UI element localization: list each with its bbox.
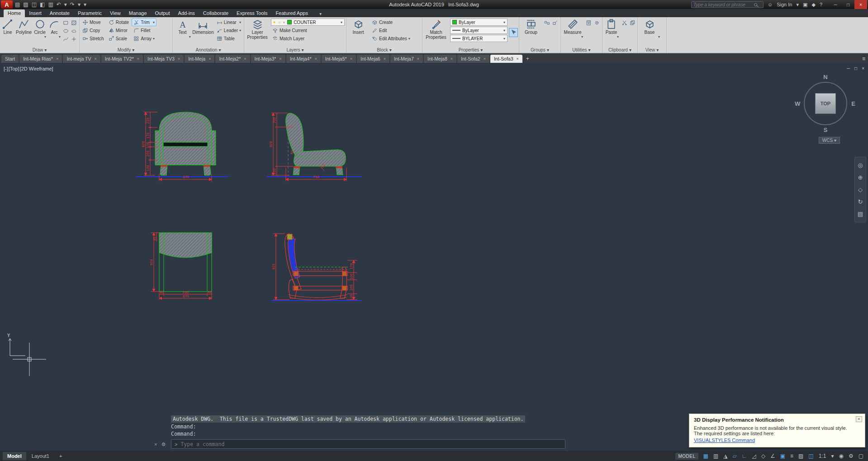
quick-select-icon[interactable] [509, 28, 517, 37]
doc-tab[interactable]: Int-Meja7× [390, 55, 423, 63]
viewcube-west[interactable]: W [795, 100, 800, 107]
cut-icon[interactable] [621, 19, 628, 26]
viewport-view-control[interactable]: [Top] [9, 66, 19, 71]
viewcube-south[interactable]: S [824, 127, 828, 133]
tab-output[interactable]: Output [151, 9, 174, 17]
insert-button[interactable]: Insert [348, 18, 369, 47]
tab-express-tools[interactable]: Express Tools [232, 9, 271, 17]
redo-icon[interactable]: ↷ [70, 1, 75, 8]
drawing-canvas[interactable]: [-] [Top] [2D Wireframe] ─ □ × .g{stroke… [0, 63, 868, 451]
line-button[interactable]: Line [1, 18, 14, 47]
text-button[interactable]: A Text ▾ [174, 18, 191, 47]
undo-icon[interactable]: ↶ [57, 1, 61, 8]
move-button[interactable]: Move [81, 19, 105, 26]
tab-manage[interactable]: Manage [125, 9, 151, 17]
layout1-tab[interactable]: Layout1 [27, 452, 54, 460]
dynamic-input-icon[interactable]: ▱ [732, 453, 736, 459]
base-chevron-icon[interactable]: ▾ [658, 35, 660, 39]
id-point-icon[interactable] [593, 19, 600, 26]
tab-close-icon[interactable]: × [484, 56, 486, 61]
doc-tab[interactable]: Int-Meja5*× [322, 55, 356, 63]
sign-in-button[interactable]: Sign In [777, 2, 792, 7]
linear-chevron-icon[interactable]: ▾ [239, 20, 241, 24]
object-snap-icon[interactable]: ▣ [780, 453, 785, 459]
doc-tab[interactable]: Int-meja TV× [63, 55, 100, 63]
annotation-scale-chevron-icon[interactable]: ▾ [831, 453, 834, 459]
match-layer-button[interactable]: Match Layer [271, 35, 345, 42]
revision-cloud-icon[interactable] [71, 27, 78, 34]
cad-drawing[interactable]: .g{stroke:#17c317;fill:none;stroke-width… [0, 63, 868, 451]
sofa-side-view[interactable]: 750 205 130 920 60 50 [267, 113, 362, 181]
viewcube-east[interactable]: E [851, 100, 855, 107]
command-input[interactable] [180, 441, 562, 447]
alert-icon[interactable]: ◆ [811, 2, 815, 8]
lineweight-display-icon[interactable]: ≡ [790, 453, 793, 459]
app-store-icon[interactable]: ▣ [803, 2, 807, 8]
orbit-icon[interactable]: ↻ [858, 198, 863, 205]
viewcube[interactable]: N S W E TOP [797, 75, 854, 132]
grid-display-icon[interactable]: ▦ [703, 453, 708, 459]
transparency-icon[interactable]: ▨ [798, 453, 803, 459]
tab-close-icon[interactable]: × [384, 56, 386, 61]
doc-tab[interactable]: Int-Meja4*× [286, 55, 321, 63]
table-button[interactable]: Table [215, 35, 242, 42]
hatch-icon[interactable] [71, 19, 78, 26]
paste-button[interactable]: Paste ▾ [604, 18, 619, 47]
visualstyles-command-link[interactable]: VISUALSTYLES Command [694, 437, 755, 443]
viewcube-top-face[interactable]: TOP [815, 93, 836, 114]
doc-minimize-icon[interactable]: ─ [847, 66, 850, 71]
tab-close-icon[interactable]: × [209, 56, 211, 61]
annotation-monitor-icon[interactable]: ◉ [839, 453, 843, 459]
wcs-dropdown[interactable]: WCS ▾ [819, 137, 840, 144]
tab-view[interactable]: View [106, 9, 125, 17]
tab-close-icon[interactable]: × [417, 56, 419, 61]
tab-close-icon[interactable]: × [178, 56, 180, 61]
snap-mode-icon[interactable]: ▥ [713, 453, 718, 459]
tab-annotate[interactable]: Annotate [46, 9, 74, 17]
tab-addins[interactable]: Add-ins [174, 9, 199, 17]
tab-parametric[interactable]: Parametric [74, 9, 106, 17]
restore-button[interactable]: □ [842, 0, 854, 9]
arc-chevron-icon[interactable]: ▾ [59, 35, 61, 39]
layer-lock-icon[interactable]: ◐ [283, 20, 285, 24]
layer-on-icon[interactable]: ● [273, 20, 275, 24]
tab-close-icon[interactable]: × [137, 56, 139, 61]
dimension-button[interactable]: Dimension [193, 18, 213, 47]
panel-label-modify[interactable]: Modify▾ [81, 47, 171, 53]
tab-home[interactable]: Home [4, 9, 25, 17]
layer-dropdown-chevron-icon[interactable]: ▾ [341, 20, 342, 24]
ungroup-icon[interactable] [543, 19, 550, 26]
leader-button[interactable]: Leader▾ [215, 27, 242, 34]
doc-tab-active[interactable]: Int-Sofa3× [490, 55, 522, 63]
annotation-scale-button[interactable]: 1:1 [819, 453, 826, 459]
tab-close-icon[interactable]: × [56, 56, 58, 61]
command-line[interactable]: > [171, 439, 565, 449]
object-color-dropdown[interactable]: ByLayer ▾ [450, 19, 508, 26]
trim-chevron-icon[interactable]: ▾ [153, 20, 155, 24]
viewcube-north[interactable]: N [823, 74, 827, 80]
close-button[interactable]: × [854, 0, 867, 9]
sofa-front-view[interactable]: 670 220 170 100 205 130 920 [136, 112, 228, 181]
layer-select-dropdown[interactable]: ● ☼ ◐ COUNTER ▾ [271, 19, 345, 26]
base-button[interactable]: Base ▾ [639, 18, 660, 47]
copy-clip-icon[interactable] [629, 19, 636, 26]
array-button[interactable]: Array▾ [132, 35, 156, 42]
open-icon[interactable]: ▧ [23, 1, 28, 8]
tab-close-icon[interactable]: × [279, 56, 281, 61]
selection-cycling-icon[interactable]: ◫ [808, 453, 813, 459]
edit-attributes-chevron-icon[interactable]: ▾ [408, 37, 410, 41]
doc-tab[interactable]: Int-Meja3*× [251, 55, 285, 63]
search-input[interactable] [693, 2, 752, 7]
sign-in-chevron-icon[interactable]: ▾ [796, 2, 799, 8]
command-close-icon[interactable]: × [154, 442, 157, 447]
create-block-button[interactable]: Create [370, 19, 412, 26]
arc-button[interactable]: Arc ▾ [48, 18, 61, 47]
leader-chevron-icon[interactable]: ▾ [239, 28, 241, 33]
mirror-button[interactable]: Mirror [107, 27, 130, 34]
tab-insert[interactable]: Insert [25, 9, 46, 17]
measure-button[interactable]: Measure ▾ [562, 18, 583, 47]
color-chevron-icon[interactable]: ▾ [503, 20, 505, 24]
make-current-button[interactable]: Make Current [271, 27, 345, 34]
doc-tab[interactable]: Int-Meja TV3× [144, 55, 184, 63]
ribbon-minimize-icon[interactable]: ▾ [317, 10, 324, 17]
